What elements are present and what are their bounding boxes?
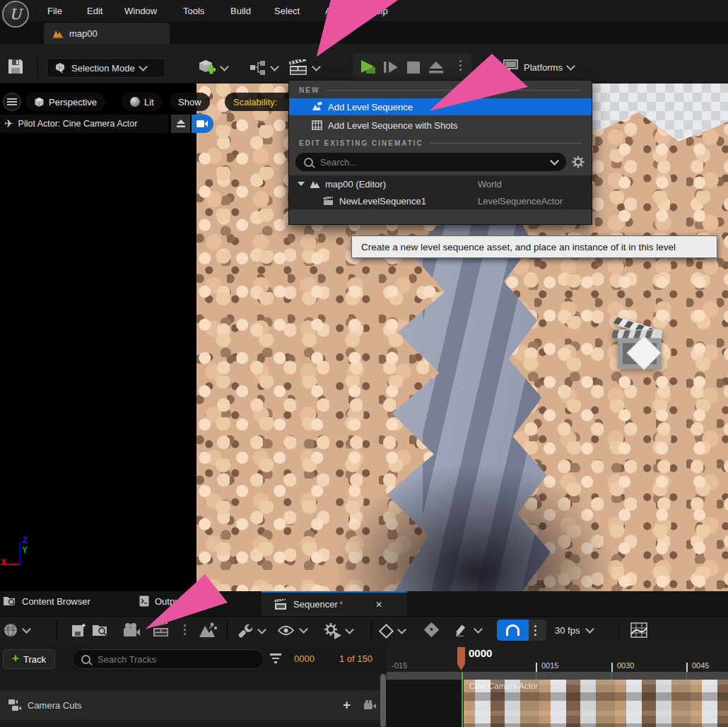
camera-cuts-filmstrip[interactable]: Cine Camera Actor <box>464 680 728 727</box>
playhead-frame-label: 0000 <box>469 647 492 659</box>
tab-sequencer[interactable]: Sequencer * ✕ <box>262 591 407 616</box>
tree-row-name: NewLevelSequence1 <box>339 196 426 207</box>
chevron-down-icon <box>474 624 483 634</box>
show-dropdown[interactable]: Show <box>170 93 210 111</box>
lit-label: Lit <box>144 97 154 107</box>
clapperboard-icon <box>288 59 308 76</box>
create-camera-button[interactable] <box>122 622 141 640</box>
playback-options-dropdown[interactable] <box>324 622 353 639</box>
tree-row-name: map00 (Editor) <box>325 179 386 190</box>
menu-window[interactable]: Window <box>124 6 157 16</box>
tree-expand-arrow[interactable] <box>298 182 305 186</box>
tooltip: Create a new level sequence asset, and p… <box>351 235 717 258</box>
stop-piloting-button[interactable] <box>171 115 190 133</box>
search-icon <box>81 655 90 664</box>
lit-dropdown[interactable]: Lit <box>122 93 163 111</box>
tab-output-log[interactable]: Output Log <box>139 595 200 607</box>
menu-build[interactable]: Build <box>230 6 251 16</box>
timeline-header[interactable]: -015 0015 0030 0045 0000 <box>387 644 728 672</box>
clapperboard-icon <box>152 622 170 638</box>
sequencer-settings-dropdown[interactable] <box>237 622 265 639</box>
auto-key-diamond-icon <box>424 622 439 637</box>
filter-icon[interactable] <box>270 653 281 663</box>
chevron-down-icon <box>299 624 308 634</box>
unreal-logo[interactable]: U <box>2 1 29 28</box>
save-button[interactable] <box>6 57 25 78</box>
cinematics-dropdown-button[interactable] <box>288 59 319 76</box>
cinematics-menu: NEW Add Level Sequence Add Level Sequenc… <box>288 80 592 225</box>
eye-icon <box>277 625 295 636</box>
close-tab-icon[interactable]: ✕ <box>375 600 382 610</box>
render-movie-button[interactable] <box>152 622 170 640</box>
add-section-plus-icon[interactable]: + <box>343 697 351 713</box>
timeline-body[interactable]: Cine Camera Actor <box>387 672 728 727</box>
tree-row-newlevelsequence1[interactable]: NewLevelSequence1 LevelSequenceActor <box>289 192 592 209</box>
snap-options-kebab[interactable] <box>534 625 536 636</box>
edit-mode-dropdown[interactable] <box>455 624 481 636</box>
menu-tools[interactable]: Tools <box>183 6 204 16</box>
perspective-dropdown[interactable]: Perspective <box>25 93 105 111</box>
camera-lock-icon[interactable] <box>363 699 377 711</box>
blueprints-icon <box>249 59 267 76</box>
unreal-editor-window: U File Edit Window Tools Build Select Ac… <box>0 0 728 727</box>
perspective-cube-icon <box>34 97 45 107</box>
axis-y-label: Y <box>22 545 28 555</box>
blueprints-dropdown[interactable] <box>249 59 278 76</box>
menu-help[interactable]: Help <box>369 6 388 16</box>
view-options-dropdown[interactable] <box>277 625 307 636</box>
add-actor-dropdown[interactable] <box>197 58 228 78</box>
menu-item-add-level-sequence-with-shots[interactable]: Add Level Sequence with Shots <box>289 117 592 134</box>
frame-skip-button[interactable] <box>382 60 399 76</box>
search-tracks-input[interactable] <box>96 653 255 665</box>
level-tab-map00[interactable]: map00 <box>44 23 170 44</box>
cinematic-search-input[interactable] <box>319 156 546 168</box>
tab-content-browser[interactable]: Content Browser <box>3 595 90 607</box>
current-frame-field[interactable]: 0000 <box>294 653 315 664</box>
chevron-down-icon <box>566 62 575 71</box>
menu-edit[interactable]: Edit <box>87 6 102 16</box>
curve-editor-button[interactable] <box>630 622 647 640</box>
svg-text:✦: ✦ <box>81 622 86 629</box>
world-dropdown[interactable] <box>3 622 30 638</box>
selection-mode-dropdown[interactable]: Selection Mode <box>47 58 165 78</box>
pilot-camera-view-toggle[interactable] <box>192 115 213 133</box>
selection-mode-label: Selection Mode <box>71 63 135 74</box>
play-button[interactable] <box>359 59 377 78</box>
snap-toggle-button[interactable] <box>497 620 529 641</box>
search-settings-gear-icon[interactable] <box>572 156 585 168</box>
search-tracks-box[interactable] <box>72 649 264 669</box>
fps-dropdown[interactable]: 30 fps <box>555 625 593 636</box>
platforms-dropdown[interactable]: Platforms <box>500 59 574 76</box>
tree-row-type: LevelSequenceActor <box>478 196 563 207</box>
movie-camera-icon <box>122 622 141 638</box>
snap-group <box>497 620 546 641</box>
stop-button[interactable] <box>407 62 420 74</box>
timeline-range-bar[interactable] <box>387 672 728 680</box>
chevron-down-icon <box>22 624 31 634</box>
keyframe-options-dropdown[interactable] <box>381 626 405 636</box>
tab-label: Sequencer <box>293 599 338 610</box>
playhead-line <box>462 672 463 727</box>
tick-mark <box>611 663 613 672</box>
menu-actor[interactable]: Actor <box>325 6 346 16</box>
selection-mode-icon <box>54 62 66 74</box>
play-options-kebab[interactable] <box>459 60 462 71</box>
level-sequence-actor-sprite[interactable] <box>612 308 669 372</box>
eject-button[interactable] <box>428 61 445 76</box>
tree-row-map00[interactable]: map00 (Editor) World <box>289 175 592 192</box>
sequence-actions-button[interactable] <box>198 622 218 641</box>
save-sequence-button[interactable]: ✦ <box>71 622 86 640</box>
chevron-down-icon[interactable] <box>550 156 559 165</box>
menu-file[interactable]: File <box>47 6 62 16</box>
hamburger-icon <box>7 98 17 105</box>
auto-key-button[interactable] <box>426 624 437 637</box>
track-row-camera-cuts[interactable]: Camera Cuts + <box>0 690 380 720</box>
sequencer-kebab[interactable] <box>184 624 186 635</box>
browse-sequence-button[interactable] <box>92 622 110 640</box>
track-list-scrollbar[interactable] <box>380 674 386 727</box>
cinematic-search-box[interactable] <box>295 153 566 171</box>
viewport-options-button[interactable] <box>3 93 21 111</box>
add-track-button[interactable]: + Track <box>3 649 55 669</box>
menu-select[interactable]: Select <box>274 6 300 16</box>
menu-item-add-level-sequence[interactable]: Add Level Sequence <box>289 98 592 115</box>
